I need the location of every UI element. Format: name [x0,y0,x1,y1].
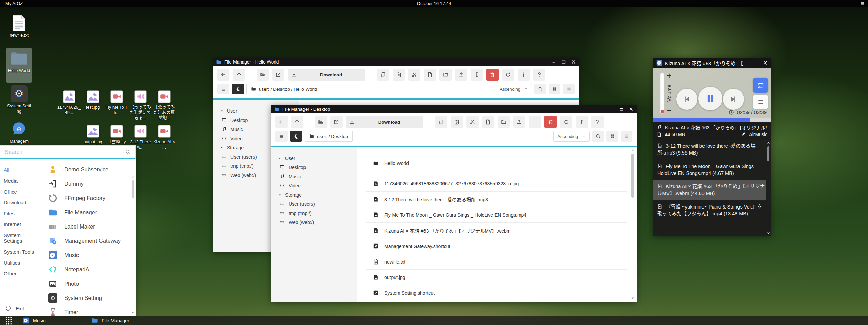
desktop-icon[interactable]: newfile.txt [6,12,32,48]
toolbar-button[interactable] [455,69,467,81]
toolbar-button[interactable] [529,116,541,128]
start-menu-app[interactable]: ⚙ System Setting [45,291,136,305]
next-track-button[interactable] [723,89,744,110]
start-menu-category[interactable]: Internet [3,219,41,230]
start-menu-app[interactable]: Photo [45,276,136,291]
list-view-button[interactable] [621,131,632,142]
desktop-icon[interactable]: ⚙ System Setting [6,83,32,118]
minimize-icon[interactable] [753,60,758,65]
start-menu-app[interactable]: Dummy [45,177,136,191]
start-menu-app[interactable]: Demo Subservice [45,162,136,177]
sidebar-item[interactable]: Desktop [278,163,357,172]
start-menu-app[interactable]: Music [45,248,136,262]
apps-grid-icon[interactable] [5,316,13,325]
window-titlebar[interactable]: File Manager - Desktop [271,105,637,113]
scroll-down-icon[interactable] [131,311,135,314]
toolbar-button[interactable] [377,69,389,81]
file-row[interactable]: newfile.txt [366,254,627,270]
scrollbar-thumb[interactable] [132,180,134,198]
playlist-item[interactable]: Fly Me To The Moon _ Gawr Gura Sings _ H… [653,160,766,180]
player-titlebar[interactable]: Kizuna AI × 花譜 #63「かりそめ」【... [653,58,771,68]
desktop-icon[interactable]: Fly Me To T h... [105,90,128,121]
toolbar-button[interactable] [471,69,483,81]
toolbar-button[interactable]: Download [288,69,365,81]
taskbar-task[interactable]: File Manager [91,317,160,324]
start-menu-category[interactable]: Files [3,208,41,219]
desktop-icon[interactable]: test.jpg [81,90,105,121]
toolbar-button[interactable] [466,116,479,128]
minimize-icon[interactable] [609,107,614,111]
start-menu-category[interactable]: All [3,164,41,175]
sort-dropdown[interactable]: Ascending [553,131,590,142]
start-menu-app[interactable]: Timer [45,305,136,316]
close-icon[interactable] [629,107,633,111]
maximize-icon[interactable] [561,60,566,64]
file-row[interactable]: Fly Me To The Moon _ Gawr Gura Sings _ H… [366,207,627,223]
desktop-icon[interactable]: 【歌ってみた】あの夏が飽... [152,90,176,121]
start-menu-app[interactable]: FFmpeg Factory [45,191,136,205]
search-button[interactable] [592,131,604,142]
scroll-up-icon[interactable] [766,141,770,145]
playlist-menu-button[interactable] [753,95,768,109]
desktop-icon[interactable]: 117346026_49... [57,90,81,121]
exit-button[interactable]: Exit [5,305,24,311]
desktop-icon[interactable]: 【歌ってみた】愛にできる... [128,90,152,121]
start-menu-app[interactable]: File Manager [45,205,136,219]
sidebar-item[interactable]: Storage [278,190,357,199]
volume-down-button[interactable]: − [666,107,672,114]
scrollbar-thumb[interactable] [767,146,769,161]
start-menu-app[interactable]: Management Gateway [45,234,136,248]
sidebar-item[interactable]: User (user:/) [278,199,357,209]
toolbar-button[interactable] [217,69,229,81]
start-menu-scrollbar[interactable] [131,175,135,314]
file-row[interactable]: Kizuna AI × 花譜 #63 「かりそめ」【オリジナルMV】.webm [366,223,627,238]
toolbar-button[interactable] [275,116,288,128]
start-menu-category[interactable]: Download [3,197,41,208]
previous-track-button[interactable] [676,89,697,110]
file-row[interactable]: Hello World [366,156,627,171]
list-view-button[interactable] [563,84,575,94]
toolbar-button[interactable] [424,69,436,81]
sidebar-toggle-button[interactable] [275,131,288,142]
sidebar-toggle-button[interactable] [217,84,229,94]
toolbar-button[interactable] [393,69,405,81]
menu-icon[interactable] [860,1,865,6]
scroll-up-icon[interactable] [631,148,635,152]
toolbar-button[interactable] [233,69,245,81]
breadcrumb[interactable]: user: / Desktop / Hello World [246,84,322,94]
start-menu-category[interactable]: Office [3,186,41,197]
toolbar-button[interactable] [315,116,327,128]
toolbar-button[interactable]: Download [346,116,423,128]
playlist-item[interactable]: 3-12 There will be love there -愛のある場所-.m… [653,140,766,160]
desktop-icon[interactable]: Hello World [6,48,32,83]
toolbar-button[interactable] [408,69,420,81]
file-row[interactable]: 117346026_4968186883206677_3276783073763… [366,176,627,192]
toolbar-button[interactable] [498,116,510,128]
playlist-item[interactable]: Kizuna AI × 花譜 #63 「かりそめ」【オリジナルMV】.webm … [653,180,766,200]
grid-view-button[interactable] [549,84,560,94]
start-menu-category[interactable]: System Settings [3,230,41,246]
sidebar-item[interactable]: Web (web:/) [278,218,357,227]
toolbar-button[interactable] [291,116,303,128]
toolbar-button[interactable] [435,116,447,128]
start-menu-category[interactable]: Utilities [3,257,41,268]
repeat-button[interactable] [753,78,768,93]
toolbar-button[interactable] [272,69,284,81]
toolbar-button[interactable] [560,116,572,128]
toolbar-button[interactable] [518,69,530,81]
search-button[interactable] [534,84,546,94]
file-list-scrollbar[interactable] [631,148,635,300]
start-menu-app[interactable]: Label Maker [45,219,136,234]
volume-up-button[interactable]: + [666,72,672,79]
sidebar-item[interactable]: User [278,154,357,163]
file-row[interactable]: output.jpg [366,270,627,285]
file-row[interactable]: 3-12 There will be love there -愛のある場所-.m… [366,192,627,207]
search-input[interactable] [5,149,125,155]
playlist-scrollbar[interactable] [766,141,770,235]
toolbar-button[interactable] [591,116,604,128]
file-row[interactable]: System Setting.shortcut [366,285,627,301]
toolbar-button[interactable] [502,69,514,81]
start-menu-app[interactable]: NotepadA [45,262,136,276]
close-icon[interactable] [763,60,768,65]
toolbar-button[interactable] [533,69,545,81]
